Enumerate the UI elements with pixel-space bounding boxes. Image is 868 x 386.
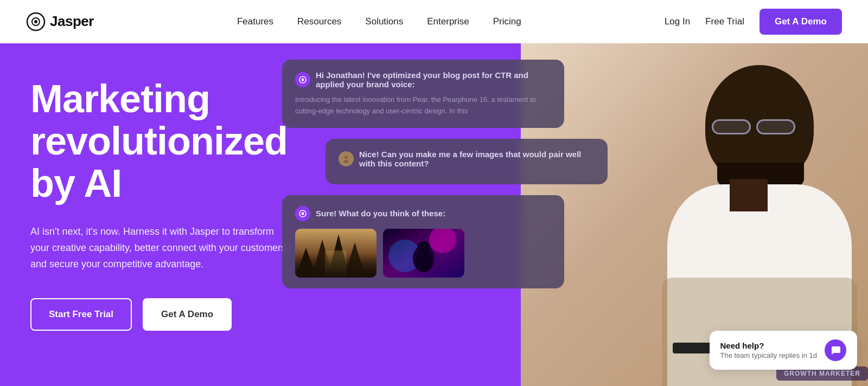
free-trial-link[interactable]: Free Trial [705, 16, 744, 27]
jasper-icon-1 [295, 72, 310, 87]
chat-bubble-3: Sure! What do you think of these: [282, 195, 564, 288]
logo-text: Jasper [50, 13, 94, 30]
generated-image-forest [295, 229, 376, 278]
nav-menu: Features Resources Solutions Enterprise … [237, 16, 521, 27]
generated-image-neon [383, 229, 464, 278]
login-link[interactable]: Log In [665, 16, 690, 27]
get-demo-button[interactable]: Get A Demo [760, 9, 842, 35]
bubble-1-header: Hi Jonathan! I've optimized your blog po… [295, 70, 551, 89]
nav-resources[interactable]: Resources [297, 16, 341, 27]
svg-point-2 [34, 20, 37, 23]
hero-section: Marketing revolutionized by AI AI isn't … [0, 43, 868, 386]
svg-rect-14 [325, 250, 347, 278]
svg-rect-9 [295, 229, 376, 278]
svg-point-5 [344, 156, 348, 159]
chat-bubble-icon[interactable] [825, 339, 846, 361]
svg-point-8 [302, 212, 304, 215]
hero-subtitle: AI isn't next, it's now. Harness it with… [30, 224, 291, 272]
bubble-1-body: Introducing the latest innovation from P… [295, 94, 551, 117]
help-widget[interactable]: Need help? The team typically replies in… [710, 331, 857, 370]
chat-bubble-2: Nice! Can you make me a few images that … [326, 139, 608, 184]
chat-overlay: Hi Jonathan! I've optimized your blog po… [282, 60, 662, 288]
nav-solutions[interactable]: Solutions [365, 16, 403, 27]
start-free-trial-button[interactable]: Start Free Trial [30, 298, 132, 331]
hero-title: Marketing revolutionized by AI [30, 78, 295, 204]
nav-pricing[interactable]: Pricing [493, 16, 521, 27]
hero-buttons: Start Free Trial Get A Demo [30, 298, 295, 331]
nav-features[interactable]: Features [237, 16, 273, 27]
jasper-logo-icon [26, 12, 46, 31]
help-text: Need help? The team typically replies in… [720, 341, 817, 359]
bubble-2-text: Nice! Can you make me a few images that … [359, 150, 595, 168]
hero-right: Hi Jonathan! I've optimized your blog po… [326, 43, 868, 386]
help-title: Need help? [720, 341, 817, 350]
jasper-icon-2 [295, 206, 310, 221]
bubble-3-header: Sure! What do you think of these: [295, 206, 551, 221]
bubble-3-text: Sure! What do you think of these: [316, 209, 445, 218]
chat-bubble-1: Hi Jonathan! I've optimized your blog po… [282, 60, 564, 128]
svg-point-4 [302, 79, 304, 81]
bubble-1-title: Hi Jonathan! I've optimized your blog po… [316, 70, 551, 89]
navbar-right: Log In Free Trial Get A Demo [665, 9, 842, 35]
hero-left: Marketing revolutionized by AI AI isn't … [0, 43, 326, 386]
svg-point-6 [343, 160, 349, 163]
logo[interactable]: Jasper [26, 12, 94, 31]
bubble-images [295, 229, 551, 278]
svg-point-20 [416, 250, 432, 272]
bubble-2-header: Nice! Can you make me a few images that … [339, 150, 595, 168]
navbar: Jasper Features Resources Solutions Ente… [0, 0, 868, 43]
help-subtitle: The team typically replies in 1d [720, 351, 817, 359]
user-avatar [339, 151, 354, 166]
nav-enterprise[interactable]: Enterprise [427, 16, 469, 27]
hero-get-demo-button[interactable]: Get A Demo [143, 298, 232, 331]
